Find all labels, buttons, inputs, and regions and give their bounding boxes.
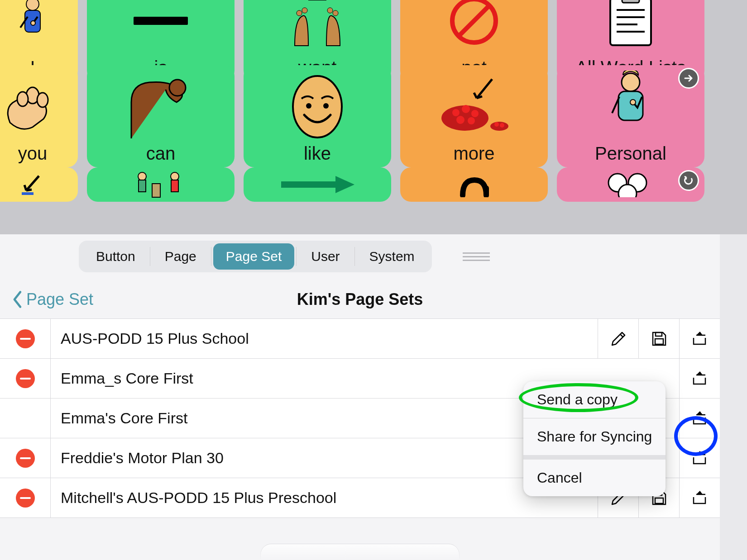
pencil-icon [608, 329, 628, 349]
floppy-icon [649, 329, 669, 349]
svg-point-29 [468, 117, 475, 124]
pointing-hand-icon [0, 65, 78, 143]
pageset-name[interactable]: Mitchell's AUS-PODD 15 Plus Preschool [51, 489, 598, 507]
popover-share-sync[interactable]: Share for Syncing [523, 418, 666, 455]
grid-cell-can[interactable]: can [87, 65, 235, 167]
grid-cell-partial-2[interactable] [87, 167, 235, 202]
clipboard-list-icon [557, 0, 704, 57]
svg-point-8 [333, 10, 338, 16]
delete-button[interactable] [16, 369, 35, 388]
tab-page[interactable]: Page [152, 243, 209, 270]
drag-handle-icon[interactable] [457, 251, 495, 263]
undo-icon [678, 170, 699, 191]
svg-point-0 [26, 0, 39, 10]
grid-cell-label: can [146, 143, 176, 164]
svg-point-25 [452, 109, 460, 116]
svg-rect-46 [655, 339, 663, 344]
grid-cell-you[interactable]: you [0, 65, 78, 167]
svg-point-31 [494, 122, 499, 127]
svg-point-6 [302, 8, 307, 13]
pageset-name[interactable]: AUS-PODD 15 Plus School [51, 330, 598, 347]
svg-point-28 [456, 116, 464, 124]
share-icon [690, 408, 710, 428]
svg-rect-41 [171, 180, 178, 192]
svg-rect-4 [308, 0, 326, 0]
letter-a-icon [400, 167, 548, 202]
svg-rect-48 [655, 498, 663, 503]
chevron-left-icon [12, 290, 24, 308]
svg-point-7 [327, 8, 333, 13]
delete-button[interactable] [16, 489, 35, 508]
equals-dash-icon [87, 0, 235, 57]
svg-point-26 [462, 105, 470, 113]
svg-point-30 [490, 122, 508, 131]
pageset-name[interactable]: Emma_s Core First [51, 370, 598, 387]
grid-cell-label: Personal [595, 143, 666, 164]
page-title: Kim's Page Sets [0, 290, 720, 309]
share-icon [690, 369, 710, 389]
svg-rect-36 [22, 192, 34, 195]
segmented-tabs: Button Page Page Set User System [79, 241, 432, 272]
grid-cell-label: more [453, 143, 494, 164]
smile-egg-icon [244, 65, 391, 143]
popover-cancel[interactable]: Cancel [523, 460, 666, 496]
svg-rect-39 [152, 184, 160, 197]
pageset-name[interactable]: Freddie's Motor Plan 30 [51, 449, 598, 467]
down-arrow-icon [0, 167, 78, 202]
right-arrow-thick-icon [244, 167, 391, 202]
share-button[interactable] [679, 478, 720, 517]
grid-cell-label: you [18, 143, 48, 164]
svg-point-35 [630, 100, 636, 105]
svg-rect-12 [622, 0, 639, 3]
share-button[interactable] [679, 438, 720, 478]
share-button[interactable] [679, 319, 720, 358]
back-button[interactable]: Page Set [12, 290, 93, 309]
share-popover: Send a copy Share for Syncing Cancel [523, 381, 666, 496]
svg-point-40 [171, 172, 179, 180]
grid-cell-personal[interactable]: Personal [557, 65, 704, 167]
grid-cell-like[interactable]: like [244, 65, 391, 167]
grid-cell-partial-5[interactable] [557, 167, 704, 202]
side-gap [720, 234, 747, 560]
grid-cell-partial-3[interactable] [244, 167, 391, 202]
svg-point-33 [622, 73, 640, 91]
header-bar: Page Set Kim's Page Sets [0, 280, 720, 318]
delete-button[interactable] [16, 329, 35, 348]
chevron-right-icon [678, 68, 699, 89]
svg-point-19 [17, 92, 28, 106]
svg-point-44 [618, 185, 637, 197]
svg-point-18 [37, 93, 48, 107]
back-label: Page Set [26, 290, 93, 309]
svg-rect-11 [610, 0, 651, 45]
grid-cell-partial-4[interactable] [400, 167, 548, 202]
grid-cell-more[interactable]: more [400, 65, 548, 167]
no-symbol-icon [400, 0, 548, 57]
svg-point-5 [297, 10, 302, 16]
share-icon [690, 488, 710, 508]
table-row: AUS-PODD 15 Plus School [0, 319, 720, 359]
share-button[interactable] [679, 399, 720, 438]
tab-page-set[interactable]: Page Set [213, 243, 294, 270]
popover-send-copy[interactable]: Send a copy [523, 381, 666, 418]
hands-reach-icon [244, 0, 391, 57]
svg-point-22 [306, 103, 311, 109]
tab-user[interactable]: User [298, 243, 352, 270]
delete-button[interactable] [16, 449, 35, 468]
svg-point-2 [31, 21, 35, 25]
person-point-self-icon [0, 0, 78, 57]
grid-cell-label: like [304, 143, 331, 164]
bottom-pill [260, 544, 460, 560]
tab-button[interactable]: Button [83, 243, 148, 270]
pile-arrow-icon [400, 65, 548, 143]
grid-cell-partial-1[interactable] [0, 167, 78, 202]
aac-grid: I is want not [0, 0, 747, 235]
svg-point-20 [169, 80, 186, 96]
save-button[interactable] [638, 319, 679, 358]
people-work-icon [87, 167, 235, 202]
tab-system[interactable]: System [357, 243, 427, 270]
pageset-name[interactable]: Emma's Core First [51, 409, 598, 427]
edit-button[interactable] [598, 319, 638, 358]
svg-rect-45 [656, 332, 662, 336]
share-icon [690, 329, 710, 349]
share-button[interactable] [679, 359, 720, 398]
